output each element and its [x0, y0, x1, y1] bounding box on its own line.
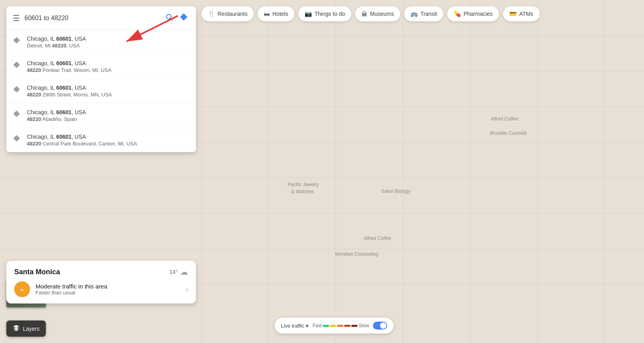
autocomplete-item-4[interactable]: Chicago, IL 60601, USA 48220 Abadiño, Sp… [6, 104, 196, 128]
map-label-alfred-coffee-2: Alfred Coffee [363, 236, 391, 241]
nav-pill-hotels[interactable]: 🛏 Hotels [258, 6, 294, 21]
search-panel: ☰ 60601 to 48220 Chicago, IL 606 [6, 6, 196, 152]
live-traffic-toggle[interactable] [373, 322, 387, 330]
weather-info: 14° ☁ [169, 267, 188, 277]
autocomplete-content-3: Chicago, IL 60601, USA 48220 290th Stree… [27, 85, 112, 98]
slow-label: Slow [359, 323, 369, 328]
traffic-sub-text: Faster than usual [36, 290, 180, 296]
layers-label: Layers [23, 326, 40, 332]
traffic-row[interactable]: Moderate traffic in this area Faster tha… [14, 281, 188, 297]
search-button[interactable] [165, 13, 173, 23]
ac-line2-1: Detroit, MI 48220, USA [27, 43, 86, 49]
nav-pill-atms[interactable]: 💳 ATMs [503, 6, 540, 21]
bottom-card-header: Santa Monica 14° ☁ [14, 267, 188, 277]
location-name: Santa Monica [14, 268, 60, 276]
directions-button[interactable] [178, 11, 190, 25]
menu-icon[interactable]: ☰ [13, 14, 20, 22]
traffic-scale: Fast Slow [313, 323, 369, 328]
autocomplete-content-2: Chicago, IL 60601, USA 48220 Pontiac Tra… [27, 60, 111, 73]
ac-line1-4: Chicago, IL 60601, USA [27, 109, 86, 115]
bottom-info-card: Santa Monica 14° ☁ Moderate traffic in t… [6, 261, 196, 303]
svg-rect-20 [22, 288, 23, 290]
nav-pill-things-to-do[interactable]: 📷 Things to do [298, 6, 351, 21]
autocomplete-item-2[interactable]: Chicago, IL 60601, USA 48220 Pontiac Tra… [6, 55, 196, 79]
ac-line2-5: 48220 Central Park Boulevard, Canton, MI… [27, 141, 137, 147]
directions-result-icon-5 [13, 134, 21, 144]
ac-line2-4: 48220 Abadiño, Spain [27, 116, 86, 122]
autocomplete-list: Chicago, IL 60601, USA Detroit, MI 48220… [6, 30, 196, 152]
autocomplete-item-3[interactable]: Chicago, IL 60601, USA 48220 290th Stree… [6, 79, 196, 104]
autocomplete-content-5: Chicago, IL 60601, USA 48220 Central Par… [27, 134, 137, 147]
map-label-brunello: Brunello Cucinelli [490, 130, 527, 136]
svg-point-21 [22, 290, 23, 291]
autocomplete-content-4: Chicago, IL 60601, USA 48220 Abadiño, Sp… [27, 109, 86, 122]
transit-icon: 🚌 [411, 10, 418, 17]
traffic-text: Moderate traffic in this area Faster tha… [36, 283, 180, 296]
nav-pill-things-to-do-label: Things to do [314, 11, 345, 17]
ac-line1-3: Chicago, IL 60601, USA [27, 85, 112, 91]
top-nav: 🍴 Restaurants 🛏 Hotels 📷 Things to do 🏛 … [201, 6, 540, 21]
map-label-pacific-jewelry-2: & Watches [291, 189, 314, 194]
live-traffic-bar: Live traffic ▾ Fast Slow [275, 318, 394, 334]
chevron-right-icon: › [186, 285, 188, 294]
directions-result-icon-4 [13, 110, 21, 120]
ac-line1-2: Chicago, IL 60601, USA [27, 60, 111, 66]
live-traffic-label[interactable]: Live traffic ▾ [281, 323, 309, 329]
directions-result-icon-1 [13, 36, 21, 46]
cloud-icon: ☁ [180, 267, 188, 277]
fast-label: Fast [313, 323, 322, 328]
pharmacies-icon: 💊 [454, 10, 461, 17]
map-label-salon-biology: Salon Biology [381, 188, 410, 194]
nav-pill-restaurants-label: Restaurants [218, 11, 247, 17]
autocomplete-item-1[interactable]: Chicago, IL 60601, USA Detroit, MI 48220… [6, 30, 196, 55]
atms-icon: 💳 [509, 10, 517, 17]
nav-pill-pharmacies-label: Pharmacies [463, 11, 493, 17]
temperature: 14° [169, 269, 178, 275]
ac-line1-1: Chicago, IL 60601, USA [27, 36, 86, 42]
search-query-text: 60601 to 48220 [24, 15, 160, 22]
nav-pill-atms-label: ATMs [519, 11, 533, 17]
map-label-meridian: Meridian Counseling [335, 251, 378, 257]
live-traffic-text: Live traffic [281, 323, 304, 329]
layers-button[interactable]: Layers [6, 320, 46, 337]
nav-pill-museums-label: Museums [370, 11, 394, 17]
map-label-alfred-coffee-1: Alfred Coffee [491, 116, 518, 122]
ac-line1-5: Chicago, IL 60601, USA [27, 134, 137, 140]
autocomplete-item-5[interactable]: Chicago, IL 60601, USA 48220 Central Par… [6, 128, 196, 152]
things-to-do-icon: 📷 [305, 10, 312, 17]
directions-result-icon-3 [13, 85, 21, 95]
ac-line2-3: 48220 290th Street, Morris, MN, USA [27, 92, 112, 98]
layers-icon [13, 324, 20, 333]
nav-pill-pharmacies[interactable]: 💊 Pharmacies [447, 6, 499, 21]
autocomplete-content-1: Chicago, IL 60601, USA Detroit, MI 48220… [27, 36, 86, 49]
scale-bar [323, 325, 358, 327]
nav-pill-transit-label: Transit [420, 11, 437, 17]
svg-line-16 [171, 19, 173, 21]
museums-icon: 🏛 [362, 11, 367, 17]
traffic-dropdown-icon: ▾ [306, 323, 309, 329]
map-label-pacific-jewelry-1: Pacific Jewelry [288, 182, 319, 187]
ac-line2-2: 48220 Pontiac Trail, Wixom, MI, USA [27, 67, 111, 73]
nav-pill-museums[interactable]: 🏛 Museums [355, 6, 400, 21]
directions-result-icon-2 [13, 61, 21, 71]
nav-pill-restaurants[interactable]: 🍴 Restaurants [201, 6, 254, 21]
traffic-badge [14, 281, 30, 297]
nav-pill-hotels-label: Hotels [272, 11, 288, 17]
restaurants-icon: 🍴 [208, 10, 215, 17]
search-header: ☰ 60601 to 48220 [6, 6, 196, 30]
hotels-icon: 🛏 [264, 11, 270, 17]
traffic-main-text: Moderate traffic in this area [36, 283, 180, 290]
nav-pill-transit[interactable]: 🚌 Transit [404, 6, 443, 21]
